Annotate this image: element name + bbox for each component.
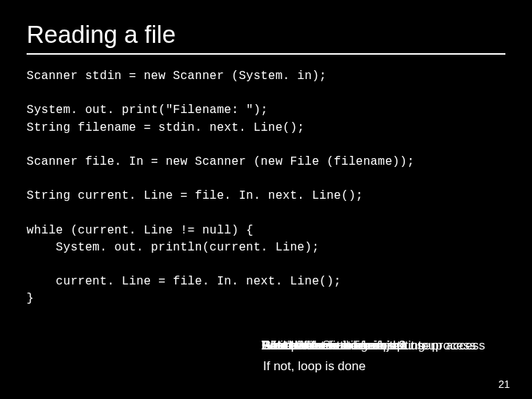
- slide-title: Reading a file: [27, 21, 505, 49]
- code-block: Scanner stdin = new Scanner (System. in)…: [27, 68, 505, 308]
- title-underline: [27, 53, 505, 55]
- page-number: 21: [498, 378, 510, 390]
- annotation-line2: If not, loop is done: [262, 359, 505, 374]
- annotation-stack: Set up the Scanner object Get the file n…: [262, 338, 505, 356]
- annotation-overlay: Set up the Scanner object Get the file n…: [262, 338, 505, 374]
- annotation-text: A lot of that was again setting up acces…: [262, 338, 485, 353]
